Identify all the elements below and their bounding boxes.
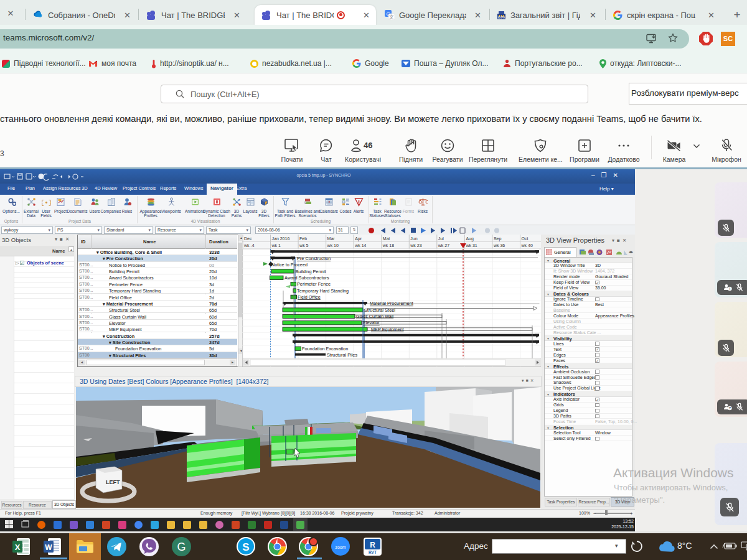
svg-text:LEFT: LEFT [106, 479, 120, 485]
svg-text:Oct: Oct [522, 236, 529, 241]
svg-text:Apr: Apr [355, 236, 362, 241]
svg-text:wk -4: wk -4 [243, 243, 255, 248]
svg-text:wk 1: wk 1 [271, 243, 281, 248]
svg-text:Mai: Mai [383, 236, 390, 241]
svg-text:X: X [15, 543, 21, 552]
svg-text:wk 14: wk 14 [354, 243, 366, 248]
svg-text:Elevator: Elevator [363, 320, 380, 325]
svg-text:S: S [242, 541, 249, 553]
svg-text:RVT: RVT [369, 550, 377, 554]
svg-text:!: ! [729, 287, 730, 291]
svg-text:Glass Curtain Wall: Glass Curtain Wall [356, 314, 394, 319]
svg-text:Structural Steel: Structural Steel [364, 307, 395, 313]
svg-text:Foundation Excavation: Foundation Excavation [302, 346, 348, 352]
svg-text:MEP Equipment: MEP Equipment [371, 327, 404, 332]
svg-text:wk 5: wk 5 [299, 243, 309, 248]
svg-text:?: ? [728, 406, 731, 410]
svg-text:wk 36: wk 36 [493, 243, 505, 248]
svg-text:R: R [370, 541, 375, 549]
svg-text:文: 文 [389, 14, 394, 20]
svg-text:G: G [177, 541, 186, 553]
svg-text:Dec: Dec [244, 236, 252, 241]
svg-text:zoom: zoom [335, 545, 345, 549]
svg-text:Feb: Feb [299, 236, 307, 241]
svg-text:Temporary Hard Standing: Temporary Hard Standing [297, 288, 349, 294]
svg-text:Notice to Proceed: Notice to Proceed [271, 262, 308, 268]
svg-text:wk 18: wk 18 [382, 243, 394, 248]
svg-text:Pre Construction: Pre Construction [297, 256, 331, 261]
svg-text:Field Office: Field Office [298, 294, 321, 300]
svg-text:wk 10: wk 10 [327, 243, 339, 248]
svg-text:Mar: Mar [327, 236, 336, 241]
svg-text:Jan 2016: Jan 2016 [272, 236, 290, 241]
svg-text:Building Permit: Building Permit [296, 269, 326, 274]
svg-text:wk 31: wk 31 [465, 243, 477, 248]
svg-text:Sep: Sep [494, 236, 502, 241]
svg-text:46: 46 [364, 141, 372, 150]
svg-text:wk 27: wk 27 [438, 243, 449, 248]
svg-text:Jun: Jun [410, 236, 417, 241]
svg-text:Award Subcontractors: Award Subcontractors [284, 275, 329, 281]
svg-text:Aug: Aug [466, 236, 474, 241]
svg-text:КНРА: КНРА [498, 16, 505, 19]
svg-text:Perimeter Fence: Perimeter Fence [297, 281, 331, 287]
svg-text:Jul: Jul [438, 236, 444, 241]
svg-text:wk 23: wk 23 [410, 243, 421, 248]
svg-text:Structural Piles: Structural Piles [327, 352, 357, 358]
svg-text:Material Procurement: Material Procurement [370, 301, 413, 306]
svg-text:W: W [45, 543, 52, 552]
svg-text:wk 40: wk 40 [521, 243, 533, 248]
svg-text:{•}: {•} [42, 199, 51, 207]
